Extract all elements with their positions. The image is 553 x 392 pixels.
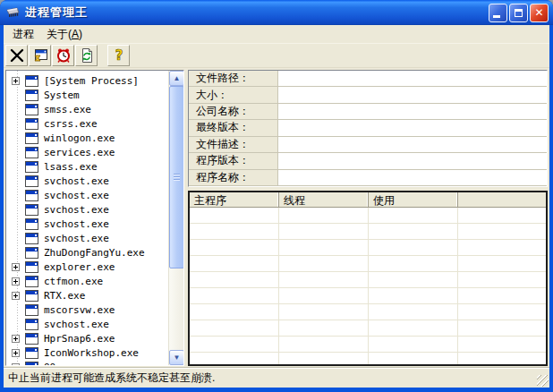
info-label: 文件描述： <box>189 137 278 152</box>
tree-scrollbar[interactable]: ▲ ▼ <box>168 71 183 365</box>
table-column-header[interactable]: 线程 <box>279 192 369 207</box>
tree-item-label: ZhuDongFangYu.exe <box>44 247 145 259</box>
menubar: 进程 关于(A) <box>4 25 549 44</box>
tree-item[interactable]: svchost.exe <box>9 174 168 188</box>
tree-item[interactable]: explorer.exe <box>9 260 168 274</box>
tree-item-label: explorer.exe <box>44 261 115 273</box>
module-table-panel: 主程序线程使用 <box>188 191 548 366</box>
menu-about[interactable]: 关于(A) <box>40 25 89 44</box>
tree-item[interactable]: csrss.exe <box>9 116 168 131</box>
tree-item-label: lsass.exe <box>44 161 98 173</box>
help-question-icon: ? <box>111 47 127 64</box>
titlebar: 进程管理王 ✕ <box>0 0 553 25</box>
window-icon <box>25 290 38 302</box>
tree-item[interactable]: services.exe <box>9 145 168 159</box>
tree-item[interactable]: System <box>9 88 168 102</box>
tree-item[interactable]: ZhuDongFangYu.exe <box>9 245 168 260</box>
tree-item[interactable]: IconWorkshop.exe <box>9 345 168 360</box>
svg-text:?: ? <box>115 47 123 64</box>
tree-item[interactable]: svchost.exe <box>9 217 168 231</box>
terminate-x-icon <box>9 47 25 64</box>
status-text: 中止当前进程可能造成系统不稳定甚至崩溃. <box>4 371 215 386</box>
expand-plus-icon[interactable] <box>12 335 20 343</box>
maximize-icon <box>515 9 523 17</box>
process-tree-panel: [System Process] System smss.exe <box>5 70 184 366</box>
help-button[interactable]: ? <box>107 45 130 66</box>
detail-column: 文件路径： 大小： 公司名称： 最终版本： 文件描述： <box>188 70 548 366</box>
table-body[interactable] <box>190 208 546 364</box>
alarm-clock-icon <box>55 47 72 64</box>
tree-item[interactable]: [System Process] <box>9 73 168 88</box>
window-icon <box>25 319 38 330</box>
resize-grip[interactable] <box>537 375 549 387</box>
info-value <box>278 153 547 168</box>
tree-item-label: svchost.exe <box>44 319 109 330</box>
process-window-button[interactable] <box>29 45 51 66</box>
expand-plus-icon[interactable] <box>12 363 20 366</box>
info-label: 最终版本： <box>189 120 278 135</box>
tree-item[interactable]: lsass.exe <box>9 159 168 174</box>
expand-plus-icon[interactable] <box>12 77 20 85</box>
tree-item[interactable]: winlogon.exe <box>9 131 168 145</box>
menu-process[interactable]: 进程 <box>6 25 40 44</box>
tree-item[interactable]: smss.exe <box>9 102 168 116</box>
scroll-down-button[interactable]: ▼ <box>169 350 184 365</box>
expand-plus-icon[interactable] <box>12 277 20 285</box>
menu-about-accesskey: A <box>72 28 79 40</box>
tree-item[interactable]: ctfmon.exe <box>9 274 168 288</box>
close-icon: ✕ <box>531 5 548 21</box>
tree-item[interactable]: QQ <box>9 360 168 365</box>
expand-plus-icon[interactable] <box>12 263 20 271</box>
info-label: 大小： <box>189 87 278 102</box>
info-row: 大小： <box>189 87 547 103</box>
tree-item[interactable]: HprSnap6.exe <box>9 331 168 345</box>
tree-item-label: IconWorkshop.exe <box>44 347 139 359</box>
scrollbar-thumb[interactable] <box>169 86 184 268</box>
window-icon <box>25 75 38 87</box>
tree-item[interactable]: mscorsvw.exe <box>9 303 168 317</box>
tree-item[interactable]: svchost.exe <box>9 231 168 245</box>
tree-item-label: smss.exe <box>44 104 91 115</box>
tree-item[interactable]: svchost.exe <box>9 202 168 217</box>
table-column-header[interactable]: 主程序 <box>190 192 279 207</box>
table-header: 主程序线程使用 <box>190 192 546 208</box>
window-icon <box>25 147 38 158</box>
info-value <box>278 87 547 102</box>
window-icon <box>25 218 38 230</box>
window-icon <box>25 304 38 316</box>
info-value <box>278 104 547 119</box>
info-label: 公司名称： <box>189 104 278 119</box>
tree-item-label: QQ <box>44 362 55 366</box>
minimize-button[interactable] <box>489 4 507 22</box>
table-column-header[interactable] <box>458 192 546 207</box>
terminate-process-button[interactable] <box>5 45 28 66</box>
tree-item-label: System <box>44 89 80 101</box>
chevron-down-icon: ▼ <box>174 354 181 362</box>
maximize-button[interactable] <box>509 4 528 22</box>
window-title: 进程管理王 <box>25 4 487 21</box>
window-icon <box>25 104 38 115</box>
timer-button[interactable] <box>52 45 74 66</box>
info-label: 程序名称： <box>189 170 278 185</box>
window-icon <box>25 362 38 366</box>
tree-item[interactable]: svchost.exe <box>9 317 168 331</box>
window-icon <box>25 118 38 130</box>
process-window-hourglass-icon <box>32 47 48 64</box>
info-value <box>278 170 547 185</box>
scroll-up-button[interactable]: ▲ <box>169 71 184 86</box>
close-button[interactable]: ✕ <box>530 4 549 22</box>
table-column-header[interactable]: 使用 <box>369 192 458 207</box>
tree-item[interactable]: svchost.exe <box>9 188 168 202</box>
refresh-page-icon <box>79 47 95 64</box>
info-row: 文件描述： <box>189 137 547 153</box>
tree-item-label: svchost.exe <box>44 204 109 216</box>
tree-item-label: HprSnap6.exe <box>44 333 115 345</box>
expand-plus-icon[interactable] <box>12 292 20 300</box>
tree-item-label: csrss.exe <box>44 118 98 130</box>
expand-plus-icon[interactable] <box>12 349 20 357</box>
tree-item-label: svchost.exe <box>44 233 109 244</box>
window-icon <box>25 175 38 187</box>
tree-item[interactable]: RTX.exe <box>9 288 168 303</box>
refresh-button[interactable] <box>75 45 98 66</box>
menu-about-suffix: ) <box>79 28 82 40</box>
